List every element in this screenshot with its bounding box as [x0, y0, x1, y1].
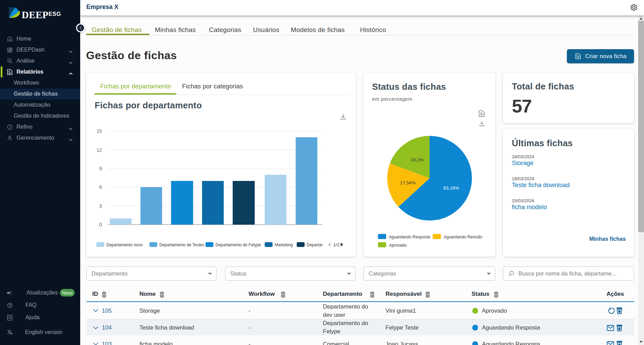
svg-text:15: 15: [97, 128, 102, 134]
svg-text:19,3%: 19,3%: [411, 157, 424, 162]
svg-text:6: 6: [99, 184, 102, 190]
svg-text:63,16%: 63,16%: [443, 185, 459, 191]
svg-text:9: 9: [99, 166, 102, 171]
svg-text:0: 0: [99, 222, 102, 227]
svg-text:12: 12: [97, 147, 102, 153]
svg-text:3: 3: [99, 203, 102, 209]
svg-text:17,54%: 17,54%: [400, 180, 416, 185]
